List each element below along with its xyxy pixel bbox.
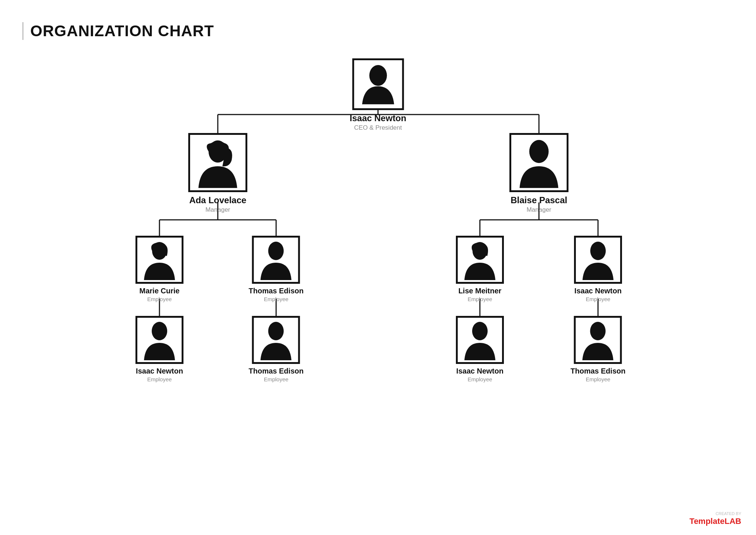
node-emp2: Thomas Edison Employee — [249, 236, 304, 302]
avatar-emp2 — [252, 236, 300, 284]
page-title: ORGANIZATION CHART — [22, 22, 214, 40]
emp2-role: Employee — [264, 296, 289, 302]
node-mgr1: Ada Lovelace Manager — [188, 133, 247, 214]
ceo-name: Isaac Newton — [350, 113, 406, 123]
svg-point-16 — [369, 65, 387, 86]
svg-point-18 — [529, 140, 549, 163]
emp3-name: Lise Meitner — [458, 287, 502, 295]
node-emp6: Thomas Edison Employee — [249, 316, 304, 382]
node-ceo: Isaac Newton CEO & President — [350, 58, 406, 132]
svg-point-26 — [590, 322, 606, 340]
node-emp1: Marie Curie Employee — [135, 236, 183, 302]
badge-brand: TemplateLAB — [690, 517, 741, 526]
mgr2-name: Blaise Pascal — [511, 195, 567, 205]
emp4-name: Isaac Newton — [574, 287, 622, 295]
avatar-mgr2 — [509, 133, 568, 192]
templatelab-badge: CREATED BY TemplateLAB — [690, 511, 741, 526]
emp6-name: Thomas Edison — [249, 367, 304, 375]
mgr1-role: Manager — [205, 206, 230, 214]
node-emp3: Lise Meitner Employee — [456, 236, 504, 302]
badge-created-by: CREATED BY — [690, 511, 741, 516]
emp1-name: Marie Curie — [140, 287, 180, 295]
org-chart-wrapper: ORGANIZATION CHART — [0, 0, 756, 535]
node-emp8: Thomas Edison Employee — [571, 316, 626, 382]
node-emp4: Isaac Newton Employee — [574, 236, 622, 302]
avatar-emp4 — [574, 236, 622, 284]
avatar-mgr1 — [188, 133, 247, 192]
node-emp5: Isaac Newton Employee — [135, 316, 183, 382]
node-emp7: Isaac Newton Employee — [456, 316, 504, 382]
badge-brand-suffix: LAB — [725, 517, 741, 526]
badge-brand-prefix: Template — [690, 517, 725, 526]
svg-point-25 — [472, 322, 488, 340]
avatar-emp3 — [456, 236, 504, 284]
avatar-emp6 — [252, 316, 300, 364]
node-mgr2: Blaise Pascal Manager — [509, 133, 568, 214]
svg-point-22 — [590, 242, 606, 260]
emp3-role: Employee — [468, 296, 492, 302]
svg-point-20 — [268, 242, 284, 260]
ceo-role: CEO & President — [354, 124, 402, 132]
emp7-role: Employee — [468, 376, 492, 382]
emp5-role: Employee — [147, 376, 172, 382]
svg-point-24 — [268, 322, 284, 340]
emp4-role: Employee — [586, 296, 611, 302]
emp2-name: Thomas Edison — [249, 287, 304, 295]
avatar-emp1 — [135, 236, 183, 284]
emp8-role: Employee — [586, 376, 611, 382]
emp8-name: Thomas Edison — [571, 367, 626, 375]
avatar-emp5 — [135, 316, 183, 364]
emp7-name: Isaac Newton — [456, 367, 504, 375]
mgr1-name: Ada Lovelace — [189, 195, 247, 205]
emp1-role: Employee — [147, 296, 172, 302]
avatar-ceo — [352, 58, 404, 110]
emp6-role: Employee — [264, 376, 289, 382]
mgr2-role: Manager — [526, 206, 551, 214]
avatar-emp7 — [456, 316, 504, 364]
svg-point-23 — [152, 322, 167, 340]
emp5-name: Isaac Newton — [136, 367, 183, 375]
avatar-emp8 — [574, 316, 622, 364]
